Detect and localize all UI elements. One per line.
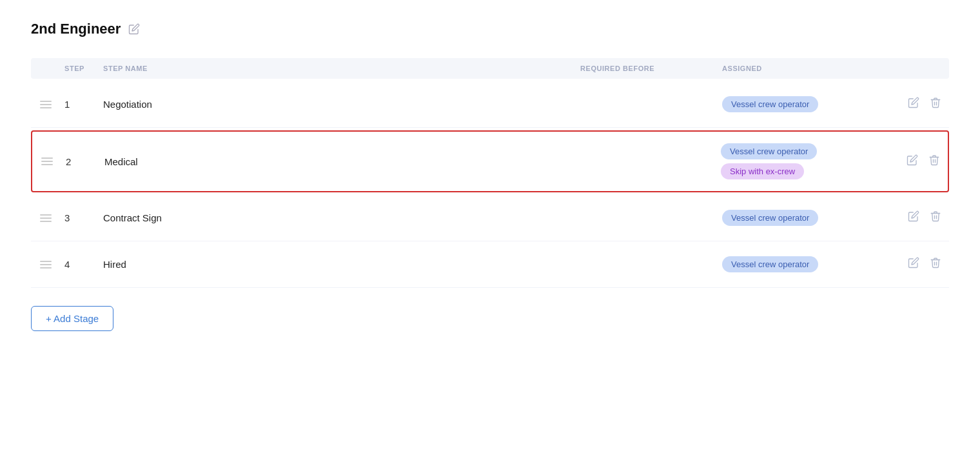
drag-handle[interactable] [40, 156, 66, 167]
step-number: 1 [64, 99, 103, 110]
edit-row-button[interactable] [906, 154, 918, 169]
assigned-cell: Vessel crew operatorSkip with ex-crew [721, 143, 888, 179]
edit-row-button[interactable] [908, 210, 919, 225]
assigned-cell: Vessel crew operator [722, 210, 890, 226]
header-step: STEP [64, 65, 103, 72]
add-stage-button[interactable]: + Add Stage [31, 306, 113, 331]
edit-row-button[interactable] [908, 257, 919, 272]
actions-cell [890, 210, 941, 225]
header-required-before: REQUIRED BEFORE [580, 65, 722, 72]
table-header: STEP STEP NAME REQUIRED BEFORE ASSIGNED [31, 58, 949, 79]
delete-row-button[interactable] [930, 210, 941, 225]
header-step-name: STEP NAME [103, 65, 580, 72]
drag-handle[interactable] [39, 99, 64, 110]
step-number: 4 [64, 259, 103, 270]
actions-cell [890, 97, 941, 112]
step-name: Contract Sign [103, 212, 580, 223]
delete-row-button[interactable] [930, 97, 941, 112]
actions-cell [890, 257, 941, 272]
assigned-badge: Vessel crew operator [722, 256, 818, 272]
drag-handle[interactable] [39, 259, 64, 270]
table-row: 3Contract SignVessel crew operator [31, 195, 949, 241]
assigned-cell: Vessel crew operator [722, 96, 890, 112]
table-row: 4HiredVessel crew operator [31, 241, 949, 288]
delete-row-button[interactable] [930, 257, 941, 272]
delete-row-button[interactable] [928, 154, 940, 169]
step-number: 3 [64, 212, 103, 223]
title-edit-icon[interactable] [128, 23, 140, 35]
drag-handle[interactable] [39, 213, 64, 223]
table-row: 2MedicalVessel crew operatorSkip with ex… [31, 130, 949, 192]
main-page: 2nd Engineer STEP STEP NAME REQUIRED BEF… [0, 0, 980, 352]
assigned-badge: Vessel crew operator [722, 96, 818, 112]
assigned-badge: Vessel crew operator [721, 143, 817, 159]
step-number: 2 [66, 156, 104, 167]
step-name: Negotiation [103, 99, 580, 110]
edit-row-button[interactable] [908, 97, 919, 112]
table-row: 1NegotiationVessel crew operator [31, 81, 949, 128]
assigned-badge: Vessel crew operator [722, 210, 818, 226]
title-row: 2nd Engineer [31, 21, 949, 37]
header-assigned: ASSIGNED [722, 65, 890, 72]
assigned-cell: Vessel crew operator [722, 256, 890, 272]
step-name: Medical [104, 156, 579, 167]
actions-cell [888, 154, 940, 169]
table-body: 1NegotiationVessel crew operator 2Medica… [31, 81, 949, 288]
page-title: 2nd Engineer [31, 21, 121, 37]
assigned-badge: Skip with ex-crew [721, 163, 804, 179]
step-name: Hired [103, 259, 580, 270]
